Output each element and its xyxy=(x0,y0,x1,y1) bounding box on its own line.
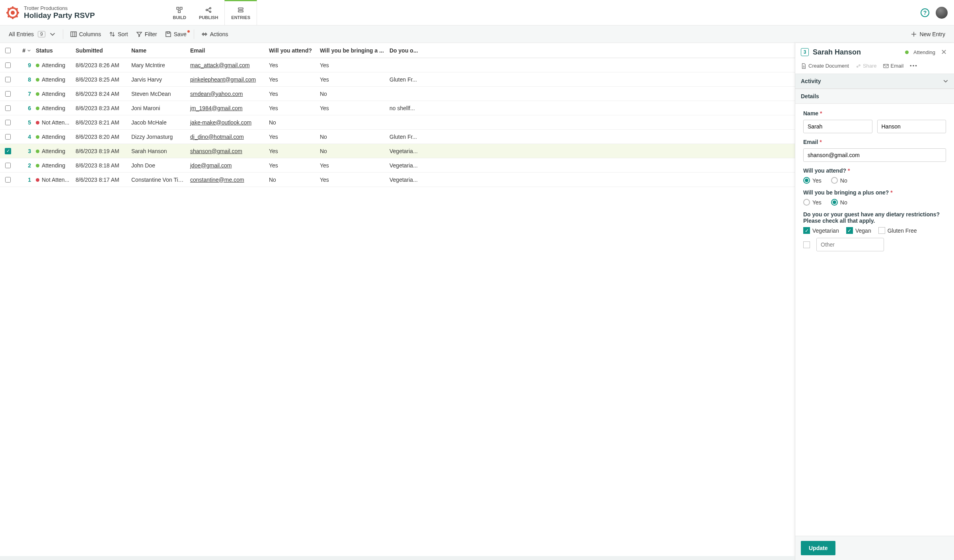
row-checkbox[interactable] xyxy=(5,163,11,168)
status-dot-icon xyxy=(36,107,39,110)
row-checkbox[interactable] xyxy=(5,177,11,183)
save-button[interactable]: Save xyxy=(161,29,191,40)
svg-line-16 xyxy=(207,10,210,12)
row-checkbox[interactable] xyxy=(5,120,11,125)
row-checkbox[interactable] xyxy=(5,77,11,82)
tab-entries[interactable]: ENTRIES xyxy=(224,0,257,25)
sort-button[interactable]: Sort xyxy=(105,29,132,40)
col-diet[interactable]: Do you o... xyxy=(387,47,459,54)
row-email-link[interactable]: shanson@gmail.com xyxy=(190,148,242,154)
attend-no-radio[interactable]: No xyxy=(831,177,847,184)
last-name-input[interactable] xyxy=(877,120,946,133)
vegetarian-checkbox[interactable]: ✓Vegetarian xyxy=(803,227,839,234)
row-dietary: Vegetaria... xyxy=(387,162,459,169)
avatar[interactable] xyxy=(936,7,948,19)
row-plusone: No xyxy=(317,148,387,154)
row-number: 4 xyxy=(16,134,33,140)
row-name: Dizzy Jornasturg xyxy=(129,134,188,140)
other-checkbox[interactable] xyxy=(803,241,810,248)
select-all-checkbox[interactable] xyxy=(5,48,11,53)
row-submitted: 8/6/2023 8:23 AM xyxy=(73,105,129,111)
row-status: Attending xyxy=(33,134,73,140)
col-num[interactable]: # xyxy=(16,47,33,54)
email-action[interactable]: Email xyxy=(883,63,904,69)
share-action[interactable]: Share xyxy=(855,63,877,69)
row-dietary: Gluten Fr... xyxy=(387,134,459,140)
attend-label: Will you attend? * xyxy=(803,167,946,174)
col-attend[interactable]: Will you attend? xyxy=(267,47,317,54)
save-label: Save xyxy=(174,31,187,37)
org-name: Trotter Productions xyxy=(24,5,95,11)
col-plus[interactable]: Will you be bringing a ... xyxy=(317,47,387,54)
status-dot-icon xyxy=(36,164,39,167)
col-name[interactable]: Name xyxy=(129,47,188,54)
col-status[interactable]: Status xyxy=(33,47,73,54)
first-name-input[interactable] xyxy=(803,120,872,133)
svg-rect-22 xyxy=(167,32,169,33)
actions-button[interactable]: Actions xyxy=(197,29,232,40)
row-checkbox[interactable]: ✓ xyxy=(5,148,11,154)
new-entry-button[interactable]: New Entry xyxy=(907,29,949,40)
row-submitted: 8/6/2023 8:25 AM xyxy=(73,76,129,83)
svg-rect-19 xyxy=(71,32,76,37)
tab-publish[interactable]: PUBLISH xyxy=(193,0,224,25)
email-input[interactable] xyxy=(803,148,946,162)
row-attend: No xyxy=(267,177,317,183)
other-input[interactable] xyxy=(816,238,884,251)
row-dietary: Gluten Fr... xyxy=(387,76,459,83)
plusone-yes-radio[interactable]: Yes xyxy=(803,199,822,206)
row-email-link[interactable]: mac_attack@gmail.com xyxy=(190,62,250,68)
tab-build[interactable]: BUILD xyxy=(166,0,193,25)
entry-count-badge: 9 xyxy=(38,31,45,37)
row-email-link[interactable]: constantine@me.com xyxy=(190,177,244,183)
more-actions-button[interactable]: ••• xyxy=(910,63,918,69)
bottom-bar xyxy=(0,556,795,560)
row-checkbox[interactable] xyxy=(5,105,11,111)
col-submitted[interactable]: Submitted xyxy=(73,47,129,54)
close-panel-button[interactable]: ✕ xyxy=(939,48,948,56)
vegan-checkbox[interactable]: ✓Vegan xyxy=(846,227,871,234)
help-icon[interactable]: ? xyxy=(921,8,929,17)
svg-rect-3 xyxy=(6,12,9,14)
details-section-header: Details xyxy=(795,89,954,104)
row-name: Steven McDean xyxy=(129,91,188,97)
row-status: Not Atten... xyxy=(33,119,73,126)
row-email-link[interactable]: dj_dino@hotmail.com xyxy=(190,134,244,140)
columns-button[interactable]: Columns xyxy=(66,29,105,40)
row-email-link[interactable]: jake-make@outlook.com xyxy=(190,119,251,126)
sort-icon xyxy=(109,31,115,37)
row-submitted: 8/6/2023 8:18 AM xyxy=(73,162,129,169)
row-email-link[interactable]: pinkelepheant@gmail.com xyxy=(190,76,256,83)
col-email[interactable]: Email xyxy=(188,47,267,54)
columns-icon xyxy=(70,31,77,37)
glutenfree-checkbox[interactable]: Gluten Free xyxy=(878,227,917,234)
row-submitted: 8/6/2023 8:24 AM xyxy=(73,91,129,97)
filter-icon xyxy=(136,31,142,37)
all-entries-dropdown[interactable]: All Entries 9 xyxy=(5,29,60,40)
svg-rect-4 xyxy=(17,12,19,14)
create-document-action[interactable]: Create Document xyxy=(801,63,849,69)
row-name: John Doe xyxy=(129,162,188,169)
update-button[interactable]: Update xyxy=(801,541,835,555)
divider xyxy=(194,29,194,39)
row-email-link[interactable]: jm_1984@gmail.com xyxy=(190,105,243,111)
row-submitted: 8/6/2023 8:26 AM xyxy=(73,62,129,68)
document-icon xyxy=(801,63,806,69)
activity-section-header[interactable]: Activity xyxy=(795,74,954,89)
row-checkbox[interactable] xyxy=(5,91,11,97)
row-checkbox[interactable] xyxy=(5,134,11,140)
row-email-link[interactable]: smdean@yahoo.com xyxy=(190,91,243,97)
panel-status: Attending xyxy=(905,49,935,55)
status-dot-icon xyxy=(905,51,909,54)
row-dietary: Vegetaria... xyxy=(387,148,459,154)
svg-rect-18 xyxy=(238,11,243,12)
row-email-link[interactable]: jdoe@gmail.com xyxy=(190,162,232,169)
row-checkbox[interactable] xyxy=(5,62,11,68)
plusone-no-radio[interactable]: No xyxy=(831,199,847,206)
row-attend: Yes xyxy=(267,105,317,111)
new-entry-label: New Entry xyxy=(919,31,945,37)
share-icon xyxy=(855,63,861,69)
filter-button[interactable]: Filter xyxy=(132,29,161,40)
attend-yes-radio[interactable]: Yes xyxy=(803,177,822,184)
row-name: Constantine Von Tis... xyxy=(129,177,188,183)
